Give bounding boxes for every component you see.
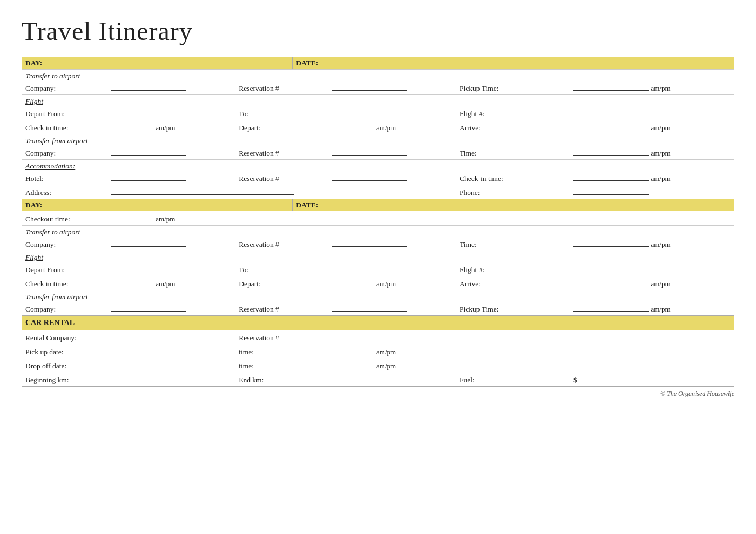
day1-hotel-label: Hotel: (22, 171, 107, 185)
day1-flight-row: Flight (22, 95, 734, 106)
day1-hotel-reservation-field[interactable] (332, 172, 407, 181)
day1-transfer-from-reservation-field[interactable] (332, 147, 407, 156)
day2-transfer-from-reservation-label: Reservation # (235, 301, 328, 316)
day2-transfer-from-company-field[interactable] (111, 303, 186, 312)
dropoff-time-ampm: am/pm (376, 362, 396, 370)
day2-pickup-ampm: am/pm (651, 305, 670, 313)
day2-checkout-field[interactable] (111, 213, 154, 221)
day1-flight-label: Flight (25, 97, 43, 105)
day2-transfer-from-fields-row: Company: Reservation # Pickup Time: am/p… (22, 301, 734, 316)
day2-pickup-time-label: Pickup Time: (456, 301, 570, 316)
day2-flight-row: Flight (22, 251, 734, 262)
end-km-field[interactable] (332, 374, 407, 382)
day2-depart-label: Depart: (235, 276, 328, 290)
day1-flight-fields-row1: Depart From: To: Flight #: (22, 106, 734, 120)
day1-transfer-fields-row: Company: Reservation # Pickup Time: am/p… (22, 80, 734, 95)
day1-checkin-ampm2: am/pm (651, 174, 670, 182)
day1-company-label: Company: (22, 80, 107, 95)
dropoff-time-label: time: (235, 358, 328, 372)
day1-day-label: DAY: (22, 57, 293, 69)
car-rental-km-row: Beginning km: End km: Fuel: $ (22, 372, 734, 387)
day1-transfer-from-company-field[interactable] (111, 147, 186, 156)
day2-company-field[interactable] (111, 238, 186, 247)
pickup-time-label: time: (235, 344, 328, 358)
day2-depart-ampm: am/pm (376, 280, 396, 288)
day1-transfer-from-time-field[interactable] (573, 147, 649, 156)
day1-checkin-ampm: am/pm (156, 124, 175, 132)
day1-depart-ampm: am/pm (376, 124, 396, 132)
day1-checkin-time-field2[interactable] (573, 172, 649, 181)
rental-company-field[interactable] (111, 332, 186, 340)
day2-flight-num-label: Flight #: (456, 262, 570, 276)
day1-pickup-time-field[interactable] (573, 82, 649, 91)
day1-checkin-time-label: Check in time: (22, 120, 107, 134)
car-rental-header-label: CAR RENTAL (22, 316, 734, 330)
day2-depart-from-field[interactable] (111, 263, 186, 272)
day1-depart-from-field[interactable] (111, 107, 186, 116)
dropoff-date-field[interactable] (111, 360, 186, 368)
day1-to-label: To: (235, 106, 328, 120)
day2-header-row: DAY: DATE: (22, 199, 734, 212)
day1-arrive-field[interactable] (573, 121, 649, 130)
day2-transfer-from-company-label: Company: (22, 301, 107, 316)
pickup-date-field[interactable] (111, 346, 186, 354)
day1-address-field[interactable] (111, 186, 294, 195)
day2-transfer-to-airport-row: Transfer to airport (22, 226, 734, 237)
fuel-field[interactable] (579, 374, 654, 382)
day2-pickup-time-field[interactable] (573, 303, 649, 312)
page-title: Travel Itinerary (22, 16, 734, 46)
day2-transfer-from-airport-label: Transfer from airport (25, 293, 88, 301)
day1-date-label: DATE: (293, 57, 734, 69)
day2-checkin-time-label: Check in time: (22, 276, 107, 290)
day1-accommodation-label: Accommodation: (25, 162, 75, 170)
day1-flight-fields-row2: Check in time: am/pm Depart: am/pm Arriv… (22, 120, 734, 134)
day2-arrive-field[interactable] (573, 278, 649, 286)
day2-checkout-ampm: am/pm (156, 215, 175, 223)
dropoff-time-field[interactable] (332, 360, 375, 368)
day1-transfer-from-fields-row: Company: Reservation # Time: am/pm (22, 145, 734, 160)
day2-day-label: DAY: (22, 199, 293, 211)
day1-transfer-from-airport-row: Transfer from airport (22, 134, 734, 146)
day2-to-field[interactable] (332, 263, 407, 272)
day1-flight-num-field[interactable] (573, 107, 649, 116)
rental-company-label: Rental Company: (22, 330, 107, 344)
car-rental-pickup-row: Pick up date: time: am/pm (22, 344, 734, 358)
day2-checkout-label: Checkout time: (22, 211, 107, 226)
day1-checkin-time-field[interactable] (111, 121, 154, 130)
day1-arrive-label: Arrive: (456, 120, 570, 134)
day2-transfer-to-airport-label: Transfer to airport (25, 228, 80, 236)
day1-to-field[interactable] (332, 107, 407, 116)
day1-depart-field[interactable] (332, 121, 375, 130)
day1-hotel-row: Hotel: Reservation # Check-in time: am/p… (22, 171, 734, 185)
day2-flight-num-field[interactable] (573, 263, 649, 272)
day2-date-label: DATE: (293, 199, 734, 211)
day1-phone-label: Phone: (456, 185, 570, 199)
day2-transfer-from-reservation-field[interactable] (332, 303, 407, 312)
fuel-label: Fuel: (456, 372, 570, 387)
day1-checkin-time-label2: Check-in time: (456, 171, 570, 185)
day1-header-row: DAY: DATE: (22, 57, 734, 70)
day2-time-label: Time: (456, 236, 570, 251)
day2-depart-field[interactable] (332, 278, 375, 286)
day2-checkin-time-field[interactable] (111, 278, 154, 286)
day1-company-field[interactable] (111, 82, 186, 91)
day1-phone-field[interactable] (573, 186, 649, 195)
beginning-km-field[interactable] (111, 374, 186, 382)
day1-transfer-to-airport-row: Transfer to airport (22, 70, 734, 81)
day2-checkin-ampm: am/pm (156, 280, 175, 288)
day2-transfer-to-fields-row: Company: Reservation # Time: am/pm (22, 236, 734, 251)
car-rental-dropoff-row: Drop off date: time: am/pm (22, 358, 734, 372)
day1-pickup-time-label: Pickup Time: (456, 80, 570, 95)
day2-reservation-field[interactable] (332, 238, 407, 247)
day1-hotel-field[interactable] (111, 172, 186, 181)
day1-reservation-field[interactable] (332, 82, 407, 91)
pickup-time-ampm: am/pm (376, 348, 396, 356)
day2-flight-label: Flight (25, 253, 43, 261)
car-rental-reservation-field[interactable] (332, 332, 407, 340)
copyright-text: © The Organised Housewife (22, 390, 734, 398)
day1-flight-num-label: Flight #: (456, 106, 570, 120)
day1-transfer-to-airport-label: Transfer to airport (25, 72, 80, 80)
day1-transfer-from-airport-label: Transfer from airport (25, 137, 88, 145)
pickup-time-field[interactable] (332, 346, 375, 354)
day2-time-field[interactable] (573, 238, 649, 247)
